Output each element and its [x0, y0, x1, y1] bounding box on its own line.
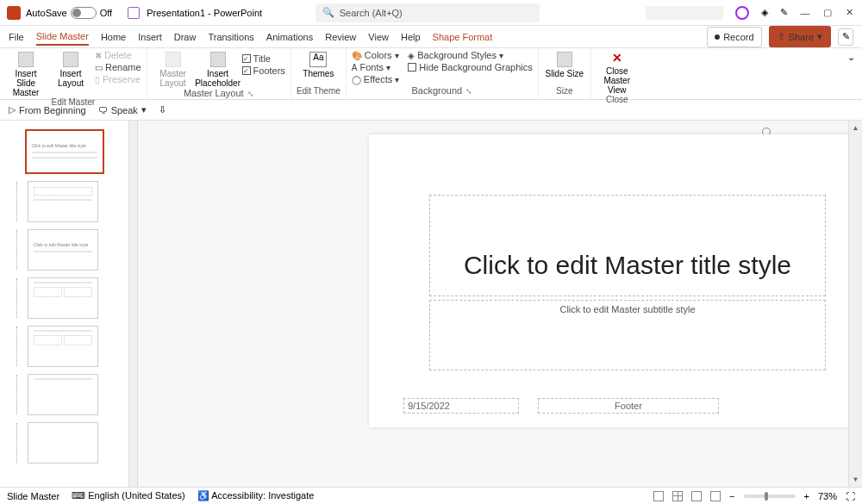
dialog-launcher-icon[interactable]: ⤡	[247, 90, 254, 98]
reading-view-button[interactable]	[691, 491, 702, 501]
group-edit-theme: Aa Themes Edit Theme	[291, 48, 347, 99]
overflow-button[interactable]: ⇩	[159, 104, 166, 115]
record-button[interactable]: Record	[707, 27, 761, 47]
colors-button[interactable]: 🎨 Colors ▾	[352, 50, 399, 60]
thumbnail-scrollbar[interactable]	[129, 121, 138, 487]
group-label: Size	[556, 86, 572, 97]
subtitle-placeholder[interactable]: Click to edit Master subtitle style	[429, 300, 826, 370]
slide-size-label: Slide Size	[546, 69, 584, 78]
vertical-scrollbar[interactable]: ▲ ▼	[848, 121, 862, 487]
effects-button[interactable]: ◯ Effects ▾	[352, 74, 399, 84]
slide-sorter-button[interactable]	[672, 491, 683, 501]
title-checkbox[interactable]: Title	[242, 53, 285, 64]
share-icon: ⇪	[778, 28, 785, 45]
view-mode-label[interactable]: Slide Master	[7, 491, 59, 501]
insert-slide-master-button[interactable]: Insert Slide Master	[5, 50, 47, 97]
background-styles-button[interactable]: ◈ Background Styles ▾	[408, 50, 532, 60]
dialog-launcher-icon[interactable]: ⤡	[465, 87, 472, 96]
rename-button[interactable]: ▭ Rename	[95, 62, 141, 72]
date-placeholder[interactable]: 9/15/2022	[403, 398, 519, 414]
layout-thumbnail[interactable]	[28, 181, 98, 222]
zoom-slider[interactable]	[744, 495, 796, 498]
collapse-ribbon-button[interactable]: ⌄	[840, 48, 862, 99]
insert-layout-label: Insert Layout	[50, 69, 91, 88]
account-placeholder[interactable]	[646, 6, 723, 20]
title-placeholder[interactable]: Click to edit Master title style	[429, 195, 826, 296]
close-master-view-button[interactable]: ✕ Close Master View	[597, 50, 638, 95]
tab-animations[interactable]: Animations	[266, 29, 313, 45]
layout-thumbnail[interactable]	[28, 374, 98, 415]
zoom-level[interactable]: 73%	[818, 491, 837, 501]
thumbnail-pane[interactable]: Click to edit Master title style Click t…	[0, 121, 129, 487]
autosave-label: AutoSave	[26, 8, 67, 18]
powerpoint-icon	[7, 6, 21, 20]
layout-icon	[63, 52, 78, 67]
layout-thumbnail[interactable]	[28, 422, 98, 464]
slideshow-view-button[interactable]	[710, 491, 721, 501]
tab-view[interactable]: View	[368, 29, 389, 45]
layout-thumbnail[interactable]	[28, 326, 98, 367]
tab-insert[interactable]: Insert	[138, 29, 162, 45]
quick-access-bar: ▷ From Beginning 🗨 Speak ▾ ⇩	[0, 100, 862, 121]
tab-file[interactable]: File	[9, 29, 24, 45]
comments-button[interactable]: ✎	[838, 28, 853, 46]
maximize-button[interactable]: ▢	[822, 8, 833, 18]
fonts-button[interactable]: A Fonts ▾	[352, 62, 399, 72]
user-avatar[interactable]	[735, 6, 749, 20]
slide[interactable]: Click to edit Master title style Click t…	[369, 134, 848, 427]
record-label: Record	[723, 29, 753, 45]
slide-master-icon	[18, 52, 34, 67]
zoom-in-button[interactable]: +	[804, 491, 809, 501]
normal-view-button[interactable]	[653, 491, 664, 501]
tab-help[interactable]: Help	[401, 29, 421, 45]
minimize-button[interactable]: —	[800, 8, 810, 18]
workspace: Click to edit Master title style Click t…	[0, 121, 862, 487]
insert-placeholder-button[interactable]: Insert Placeholder	[197, 50, 239, 88]
zoom-out-button[interactable]: −	[729, 491, 734, 501]
tab-home[interactable]: Home	[101, 29, 126, 45]
group-label: Master Layout	[184, 88, 244, 98]
tab-slide-master[interactable]: Slide Master	[36, 28, 89, 46]
group-edit-master: Insert Slide Master Insert Layout ✖ Dele…	[0, 48, 147, 99]
autosave-toggle[interactable]: AutoSave Off	[26, 7, 112, 19]
slide-size-button[interactable]: Slide Size	[544, 50, 585, 78]
hide-background-checkbox[interactable]: Hide Background Graphics	[408, 62, 532, 72]
group-size: Slide Size Size	[539, 48, 591, 99]
share-label: Share	[789, 29, 814, 45]
accessibility-button[interactable]: ♿ Accessibility: Investigate	[197, 490, 315, 501]
document-title: Presentation1 - PowerPoint	[147, 8, 262, 18]
master-thumbnail[interactable]: Click to edit Master title style	[25, 129, 104, 174]
tab-transitions[interactable]: Transitions	[208, 29, 253, 45]
diamond-icon[interactable]: ◈	[761, 7, 768, 18]
save-icon[interactable]	[128, 7, 140, 19]
speak-button[interactable]: 🗨 Speak ▾	[98, 104, 147, 115]
pen-icon[interactable]: ✎	[780, 7, 788, 18]
insert-placeholder-label: Insert Placeholder	[195, 69, 240, 88]
scroll-up-icon[interactable]: ▲	[853, 124, 859, 132]
toggle-switch-icon[interactable]	[71, 7, 97, 19]
search-placeholder: Search (Alt+Q)	[340, 8, 403, 18]
fit-to-window-button[interactable]: ⛶	[846, 491, 855, 501]
from-beginning-button[interactable]: ▷ From Beginning	[9, 104, 86, 115]
language-button[interactable]: ⌨ English (United States)	[72, 490, 185, 501]
layout-thumbnail[interactable]	[28, 277, 98, 319]
share-button[interactable]: ⇪ Share ▾	[769, 26, 831, 47]
insert-layout-button[interactable]: Insert Layout	[50, 50, 91, 88]
footers-checkbox[interactable]: Footers	[242, 65, 285, 76]
status-bar: Slide Master ⌨ English (United States) ♿…	[0, 487, 862, 504]
footer-placeholder[interactable]: Footer	[538, 398, 719, 414]
chevron-down-icon: ▾	[817, 28, 822, 45]
group-label: Background	[411, 85, 462, 96]
tab-draw[interactable]: Draw	[174, 29, 197, 45]
slide-canvas[interactable]: Click to edit Master title style Click t…	[138, 121, 848, 487]
tab-review[interactable]: Review	[325, 29, 356, 45]
tab-shape-format[interactable]: Shape Format	[433, 29, 493, 45]
ribbon-tabs: File Slide Master Home Insert Draw Trans…	[0, 26, 862, 48]
scroll-down-icon[interactable]: ▼	[853, 476, 859, 483]
themes-button[interactable]: Aa Themes	[297, 50, 339, 78]
delete-button: ✖ Delete	[95, 50, 141, 60]
close-window-button[interactable]: ✕	[845, 8, 855, 18]
layout-thumbnail[interactable]: Click to edit Master title style	[28, 229, 98, 271]
search-box[interactable]: 🔍 Search (Alt+Q)	[315, 3, 540, 22]
master-layout-label: Master Layout	[153, 69, 194, 88]
